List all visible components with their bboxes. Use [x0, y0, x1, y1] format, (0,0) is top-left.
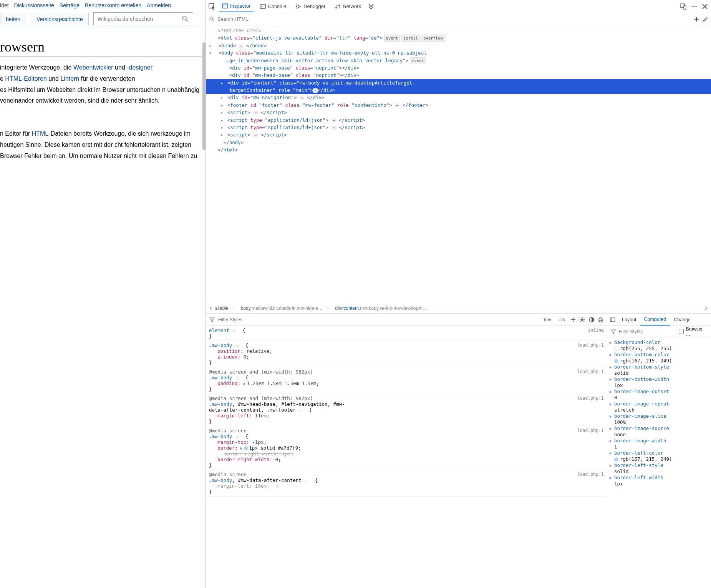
link-login[interactable]: Anmelden	[147, 2, 171, 8]
eyedropper-icon[interactable]	[702, 16, 708, 22]
tab-inspector[interactable]: Inspector	[219, 1, 254, 12]
dom-div-headbase[interactable]: <div id="mw-head-base" class="noprint"><…	[206, 71, 711, 79]
link-notlogged[interactable]: ldet	[0, 2, 9, 8]
search-input[interactable]	[98, 16, 181, 22]
tab-history[interactable]: Versionsgeschichte	[31, 13, 89, 25]
link-webentwickler[interactable]: Webentwickler	[73, 64, 113, 71]
computed-property[interactable]: border-bottom-stylesolid	[607, 364, 711, 376]
rule-block[interactable]: @media screen and (min-width: 982px)load…	[206, 367, 607, 394]
link-contribs[interactable]: Beiträge	[60, 2, 80, 8]
computed-property[interactable]: border-image-repeatstretch	[607, 400, 711, 413]
bc-body[interactable]: body.mediawiki.ltr.sitedir-ltr.mw-hide-e…	[241, 306, 323, 311]
chevron-left-icon[interactable]	[209, 306, 213, 310]
search-icon[interactable]	[181, 15, 189, 23]
plus-icon[interactable]	[570, 317, 576, 323]
lower-panels: :hov .cls element {inline}.mw-body {load…	[206, 314, 711, 588]
link-html-editoren[interactable]: HTML-Editoren	[5, 75, 46, 82]
computed-property[interactable]: border-bottom-width1px	[607, 376, 711, 388]
tab-console[interactable]: Console	[257, 1, 289, 12]
hov-button[interactable]: :hov	[540, 316, 553, 323]
browser-label: Browser …	[686, 326, 708, 337]
rule-block[interactable]: @media screen and (min-width: 982px)load…	[206, 394, 607, 426]
print-icon[interactable]	[598, 317, 604, 323]
computed-property[interactable]: border-left-colorrgb(167, 215, 249)	[607, 450, 711, 462]
bc-root[interactable]: ailable	[215, 306, 229, 311]
second-paragraph: n Editor für HTML-Dateien bereits Werkze…	[0, 128, 202, 161]
rule-block[interactable]: element {inline}	[206, 326, 607, 341]
dom-html[interactable]: <html class="client-js ve-available" dir…	[206, 34, 711, 42]
dom-div-pagebase[interactable]: <div id="mw-page-base" class="noprint"><…	[206, 64, 711, 71]
light-icon[interactable]	[579, 317, 585, 323]
link-html[interactable]: HTML	[32, 130, 49, 137]
bc-div[interactable]: div#content.mw-body.ve-init-mw-desktopAr…	[335, 306, 428, 311]
svg-line-20	[580, 318, 581, 319]
link-createaccount[interactable]: Benutzerkonto erstellen	[85, 2, 141, 8]
responsive-icon[interactable]	[680, 3, 687, 10]
dom-body-cont[interactable]: …ge_in_Webbrowsern skin-vector action-vi…	[206, 57, 711, 64]
computed-filter-input[interactable]	[619, 329, 676, 334]
search-icon	[209, 16, 215, 22]
dom-script3[interactable]: ▸ <script type="application/ld+json"> ⋯ …	[206, 124, 711, 131]
scrollbar[interactable]	[202, 42, 206, 150]
chevron-right-icon[interactable]	[704, 306, 708, 310]
svg-line-1	[186, 20, 188, 22]
search-html-input[interactable]	[217, 16, 691, 22]
tab-debugger[interactable]: Debugger	[292, 1, 328, 12]
computed-property[interactable]: border-image-slice100%	[607, 413, 711, 425]
dom-div-content-2[interactable]: targetContainer" role="main">⋯</div>	[206, 86, 711, 94]
dom-script4[interactable]: ▸ <script> ⋯ </script>	[206, 131, 711, 138]
rule-block[interactable]: @media screenload.php:1.mw-body, #mw-dat…	[206, 470, 607, 497]
tab-computed[interactable]: Computed	[640, 314, 670, 326]
more-tabs-icon[interactable]	[367, 3, 375, 10]
tab-changes[interactable]: Change	[670, 314, 694, 325]
network-icon	[335, 3, 341, 10]
sidebar-toggle-icon[interactable]	[610, 317, 616, 323]
rule-block[interactable]: @media screenload.php:1.mw-body {margin-…	[206, 426, 607, 470]
computed-property[interactable]: background-colorrgb(255, 255, 255)	[607, 339, 711, 351]
link-talk[interactable]: Diskussionsseite	[14, 2, 54, 8]
add-icon[interactable]	[693, 16, 699, 22]
dom-script1[interactable]: ▸ <script> ⋯ </script>	[206, 109, 711, 116]
pick-element-icon[interactable]	[208, 3, 216, 10]
search-box[interactable]	[93, 12, 193, 25]
rule-block[interactable]: .mw-body {load.php:1position: relative;z…	[206, 341, 607, 367]
svg-point-15	[581, 319, 583, 321]
dom-div-content[interactable]: ▸ <div id="content" class="mw-body ve-in…	[206, 79, 711, 86]
breadcrumb[interactable]: ailable 〉 body.mediawiki.ltr.sitedir-ltr…	[206, 303, 711, 314]
computed-property[interactable]: border-image-outset0	[607, 388, 711, 400]
svg-line-22	[580, 321, 581, 322]
computed-property[interactable]: border-bottom-colorrgb(167, 215, 249)	[607, 351, 711, 364]
dom-body[interactable]: ▾ <body class="mediawiki ltr sitedir-ltr…	[206, 49, 711, 56]
filter-styles-input[interactable]	[218, 317, 537, 322]
funnel-icon	[209, 317, 215, 323]
dom-tree[interactable]: <!DOCTYPE html> <html class="client-js v…	[206, 25, 711, 303]
dom-head[interactable]: ▸ <head> ⋯ </head>	[206, 42, 711, 49]
computed-property[interactable]: border-image-sourcenone	[607, 425, 711, 437]
computed-property[interactable]: border-image-width1	[607, 437, 711, 450]
computed-property[interactable]: border-left-width1px	[607, 474, 711, 487]
link-designer[interactable]: -designer	[127, 64, 152, 71]
devtools-panel: Inspector Console Debugger Network <!DOC…	[206, 0, 711, 588]
computed-property[interactable]: border-left-stylesolid	[607, 462, 711, 474]
inspector-icon	[222, 3, 228, 9]
kebab-icon[interactable]	[690, 3, 698, 10]
funnel-icon	[610, 329, 617, 335]
close-icon[interactable]	[701, 3, 709, 10]
dom-script2[interactable]: ▸ <script type="application/ld+json"> ⋯ …	[206, 116, 711, 124]
computed-body[interactable]: background-colorrgb(255, 255, 255)border…	[607, 337, 711, 588]
link-lintern[interactable]: Lintern	[60, 75, 79, 82]
tab-edit[interactable]: beiten	[0, 13, 26, 25]
cls-button[interactable]: .cls	[556, 316, 567, 323]
dom-doctype[interactable]: <!DOCTYPE html>	[206, 27, 711, 34]
dom-footer[interactable]: ▸ <footer id="footer" class="mw-footer" …	[206, 101, 711, 109]
contrast-icon[interactable]	[588, 317, 595, 323]
svg-point-28	[234, 330, 235, 332]
dom-div-nav[interactable]: ▸ <div id="mw-navigation"> ⋯ </div>	[206, 94, 711, 101]
svg-line-21	[584, 321, 585, 322]
rules-body[interactable]: element {inline}.mw-body {load.php:1posi…	[206, 326, 607, 588]
tab-layout[interactable]: Layout	[618, 314, 640, 325]
browser-styles-checkbox[interactable]	[679, 329, 684, 334]
dom-html-close[interactable]: </html>	[206, 146, 711, 153]
dom-body-close[interactable]: </body>	[206, 139, 711, 146]
tab-network[interactable]: Network	[331, 1, 364, 12]
